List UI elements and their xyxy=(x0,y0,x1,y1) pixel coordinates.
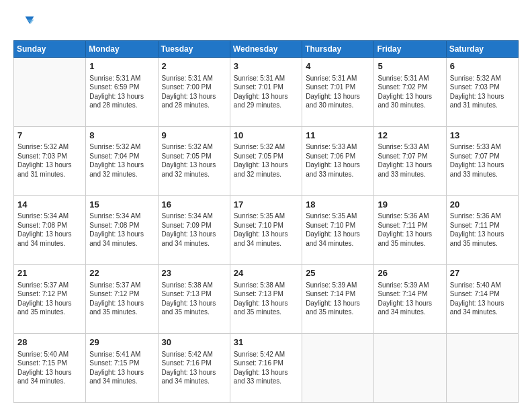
day-info-line: Sunset: 7:03 PM xyxy=(17,152,82,161)
day-info-line: Sunrise: 5:32 AM xyxy=(234,142,298,152)
calendar-cell: 18Sunrise: 5:35 AMSunset: 7:10 PMDayligh… xyxy=(302,195,374,265)
calendar-cell: 25Sunrise: 5:39 AMSunset: 7:14 PMDayligh… xyxy=(302,265,374,334)
day-info-line: Sunrise: 5:32 AM xyxy=(162,142,226,152)
day-info-line: Sunrise: 5:35 AM xyxy=(306,212,370,221)
day-info-line: Sunset: 7:09 PM xyxy=(162,221,226,230)
day-info-line: Sunrise: 5:31 AM xyxy=(162,74,226,83)
day-info-line: Daylight: 13 hours xyxy=(162,368,226,377)
calendar-cell: 2Sunrise: 5:31 AMSunset: 7:00 PMDaylight… xyxy=(158,58,230,127)
calendar-cell: 20Sunrise: 5:36 AMSunset: 7:11 PMDayligh… xyxy=(446,195,518,265)
header xyxy=(13,12,519,34)
day-info-line: Sunset: 7:11 PM xyxy=(450,221,515,230)
day-info-line: Sunset: 7:04 PM xyxy=(89,152,154,161)
day-info-line: Sunset: 7:14 PM xyxy=(450,289,515,299)
day-info-line: Daylight: 13 hours xyxy=(450,299,515,308)
day-info-line: Daylight: 13 hours xyxy=(162,230,226,239)
calendar-cell xyxy=(302,334,374,403)
calendar-cell: 3Sunrise: 5:31 AMSunset: 7:01 PMDaylight… xyxy=(230,58,302,127)
day-info-line: Sunset: 7:07 PM xyxy=(450,152,515,161)
day-info-line: and 32 minutes. xyxy=(89,170,154,179)
calendar-cell: 30Sunrise: 5:42 AMSunset: 7:16 PMDayligh… xyxy=(158,334,230,403)
calendar-cell: 4Sunrise: 5:31 AMSunset: 7:01 PMDaylight… xyxy=(302,58,374,127)
day-info-line: Daylight: 13 hours xyxy=(306,92,370,101)
day-info-line: Daylight: 13 hours xyxy=(17,368,82,377)
day-info-line: Sunrise: 5:39 AM xyxy=(378,281,442,290)
day-info-line: and 33 minutes. xyxy=(306,170,370,179)
day-info-line: Sunset: 7:00 PM xyxy=(162,83,226,92)
day-number: 3 xyxy=(234,60,298,73)
day-info-line: Sunset: 7:12 PM xyxy=(17,289,82,299)
day-number: 24 xyxy=(234,267,298,279)
day-info-line: Sunset: 6:59 PM xyxy=(89,83,154,92)
day-info-line: Sunrise: 5:37 AM xyxy=(89,281,154,290)
day-info-line: and 35 minutes. xyxy=(450,239,515,248)
day-info-line: Daylight: 13 hours xyxy=(89,299,154,308)
week-row-4: 21Sunrise: 5:37 AMSunset: 7:12 PMDayligh… xyxy=(14,265,519,334)
day-info-line: and 31 minutes. xyxy=(450,101,515,110)
day-number: 16 xyxy=(162,199,226,211)
day-number: 21 xyxy=(17,267,82,279)
calendar-cell: 17Sunrise: 5:35 AMSunset: 7:10 PMDayligh… xyxy=(230,195,302,265)
day-info-line: Sunset: 7:15 PM xyxy=(17,359,82,368)
calendar-cell: 23Sunrise: 5:38 AMSunset: 7:13 PMDayligh… xyxy=(158,265,230,334)
weekday-header-wednesday: Wednesday xyxy=(230,41,302,58)
week-row-2: 7Sunrise: 5:32 AMSunset: 7:03 PMDaylight… xyxy=(14,126,519,195)
day-info-line: and 31 minutes. xyxy=(17,170,82,179)
calendar-cell: 7Sunrise: 5:32 AMSunset: 7:03 PMDaylight… xyxy=(14,126,86,195)
day-info-line: and 34 minutes. xyxy=(17,377,82,386)
day-info-line: Sunrise: 5:33 AM xyxy=(450,142,515,152)
day-number: 10 xyxy=(234,130,298,142)
day-info-line: Sunrise: 5:31 AM xyxy=(89,74,154,83)
day-info-line: Daylight: 13 hours xyxy=(306,161,370,170)
day-info-line: Sunrise: 5:32 AM xyxy=(17,142,82,152)
calendar-table: SundayMondayTuesdayWednesdayThursdayFrid… xyxy=(13,40,519,403)
day-info-line: Daylight: 13 hours xyxy=(89,92,154,101)
day-info-line: Sunrise: 5:39 AM xyxy=(306,281,370,290)
day-number: 20 xyxy=(450,199,515,211)
day-number: 26 xyxy=(378,267,442,279)
day-info-line: Daylight: 13 hours xyxy=(306,299,370,308)
day-info-line: Sunset: 7:14 PM xyxy=(306,289,370,299)
day-info-line: Sunrise: 5:36 AM xyxy=(450,212,515,221)
day-info-line: Sunrise: 5:42 AM xyxy=(234,350,298,359)
calendar-cell: 10Sunrise: 5:32 AMSunset: 7:05 PMDayligh… xyxy=(230,126,302,195)
calendar-cell: 19Sunrise: 5:36 AMSunset: 7:11 PMDayligh… xyxy=(374,195,446,265)
calendar-cell: 29Sunrise: 5:41 AMSunset: 7:15 PMDayligh… xyxy=(86,334,158,403)
day-info-line: and 34 minutes. xyxy=(450,308,515,317)
week-row-3: 14Sunrise: 5:34 AMSunset: 7:08 PMDayligh… xyxy=(14,195,519,265)
day-info-line: and 30 minutes. xyxy=(306,101,370,110)
day-info-line: Daylight: 13 hours xyxy=(450,161,515,170)
day-info-line: and 30 minutes. xyxy=(378,101,442,110)
day-info-line: Daylight: 13 hours xyxy=(450,92,515,101)
calendar-cell: 28Sunrise: 5:40 AMSunset: 7:15 PMDayligh… xyxy=(14,334,86,403)
day-info-line: Sunrise: 5:41 AM xyxy=(89,350,154,359)
day-info-line: and 34 minutes. xyxy=(162,239,226,248)
day-info-line: Sunrise: 5:40 AM xyxy=(17,350,82,359)
day-info-line: Sunrise: 5:35 AM xyxy=(234,212,298,221)
day-info-line: Daylight: 13 hours xyxy=(378,230,442,239)
calendar-cell xyxy=(374,334,446,403)
day-info-line: Daylight: 13 hours xyxy=(234,161,298,170)
day-number: 2 xyxy=(162,60,226,73)
day-number: 8 xyxy=(89,130,154,142)
day-info-line: Sunset: 7:08 PM xyxy=(89,221,154,230)
day-info-line: Daylight: 13 hours xyxy=(89,230,154,239)
day-info-line: Sunrise: 5:38 AM xyxy=(162,281,226,290)
day-info-line: and 34 minutes. xyxy=(234,239,298,248)
day-info-line: Sunrise: 5:33 AM xyxy=(378,142,442,152)
day-info-line: Daylight: 13 hours xyxy=(234,299,298,308)
day-info-line: Sunset: 7:01 PM xyxy=(306,83,370,92)
day-info-line: and 33 minutes. xyxy=(450,170,515,179)
day-number: 4 xyxy=(306,60,370,73)
calendar-cell: 16Sunrise: 5:34 AMSunset: 7:09 PMDayligh… xyxy=(158,195,230,265)
day-number: 30 xyxy=(162,336,226,349)
day-number: 11 xyxy=(306,130,370,142)
day-info-line: Sunrise: 5:31 AM xyxy=(234,74,298,83)
calendar-cell: 31Sunrise: 5:42 AMSunset: 7:16 PMDayligh… xyxy=(230,334,302,403)
day-info-line: Daylight: 13 hours xyxy=(378,161,442,170)
day-info-line: Daylight: 13 hours xyxy=(17,299,82,308)
logo xyxy=(13,12,38,34)
day-number: 25 xyxy=(306,267,370,279)
day-info-line: Sunset: 7:10 PM xyxy=(234,221,298,230)
day-info-line: Daylight: 13 hours xyxy=(17,230,82,239)
